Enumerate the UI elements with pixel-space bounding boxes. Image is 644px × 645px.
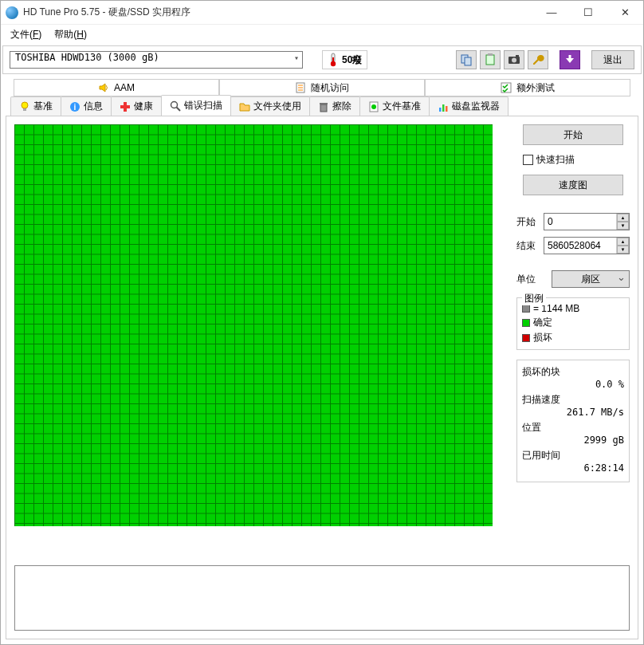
unit-label: 单位 bbox=[516, 273, 548, 286]
tab-benchmark[interactable]: 基准 bbox=[10, 96, 61, 116]
tab-disk-monitor[interactable]: 磁盘监视器 bbox=[429, 96, 509, 116]
stats-box: 损坏的块 0.0 % 扫描速度 261.7 MB/s 位置 2999 gB 已用… bbox=[516, 360, 630, 482]
legend-damaged: 损坏 bbox=[522, 331, 624, 344]
svg-rect-6 bbox=[488, 53, 493, 56]
clipboard-icon bbox=[484, 53, 497, 66]
position-label: 位置 bbox=[522, 421, 624, 435]
svg-rect-25 bbox=[320, 103, 328, 104]
exit-button[interactable]: 退出 bbox=[591, 50, 634, 69]
tab-health[interactable]: 健康 bbox=[111, 96, 162, 116]
arrow-down-icon bbox=[564, 53, 576, 66]
end-sector-spinner[interactable]: ▲▼ bbox=[616, 238, 629, 254]
folder-icon bbox=[239, 101, 250, 112]
damaged-blocks-value: 0.0 % bbox=[522, 379, 624, 390]
end-sector-input[interactable] bbox=[544, 238, 616, 254]
tab-file-benchmark[interactable]: 文件基准 bbox=[359, 96, 430, 116]
unit-select-value: 扇区 bbox=[556, 273, 626, 286]
svg-rect-17 bbox=[23, 108, 26, 111]
scan-speed-label: 扫描速度 bbox=[522, 393, 624, 407]
menu-help[interactable]: 帮助(H) bbox=[48, 26, 93, 43]
damaged-blocks-label: 损坏的块 bbox=[522, 365, 624, 379]
minimize-tray-button[interactable] bbox=[560, 50, 580, 69]
tabs-upper: AAM 随机访问 额外测试 bbox=[1, 79, 643, 96]
copy-info-button[interactable] bbox=[456, 50, 477, 69]
drive-select[interactable]: TOSHIBA HDWD130 (3000 gB) bbox=[10, 51, 303, 69]
legend-square-red bbox=[522, 334, 530, 342]
tab-folder-usage[interactable]: 文件夹使用 bbox=[230, 96, 310, 116]
elapsed-label: 已用时间 bbox=[522, 449, 624, 462]
tab-info[interactable]: i 信息 bbox=[61, 96, 112, 116]
end-sector-input-wrap: ▲▼ bbox=[544, 237, 630, 254]
window-controls: — ☐ ✕ bbox=[533, 1, 643, 24]
window-title: HD Tune Pro 5.75 - 硬盘/SSD 实用程序 bbox=[23, 6, 533, 19]
start-sector-row: 开始 ▲▼ bbox=[516, 213, 630, 230]
tab-erase[interactable]: 擦除 bbox=[309, 96, 360, 116]
start-sector-label: 开始 bbox=[516, 215, 540, 229]
app-window: HD Tune Pro 5.75 - 硬盘/SSD 实用程序 — ☐ ✕ 文件(… bbox=[0, 0, 644, 645]
app-icon bbox=[6, 6, 18, 19]
page-icon bbox=[295, 82, 306, 93]
copy-screenshot-button[interactable] bbox=[480, 50, 501, 69]
toolbar: TOSHIBA HDWD130 (3000 gB) 50癈 bbox=[2, 45, 642, 74]
save-screenshot-button[interactable] bbox=[504, 50, 524, 69]
camera-icon bbox=[508, 53, 520, 66]
quick-scan-checkbox[interactable] bbox=[523, 155, 533, 165]
scan-speed-value: 261.7 MB/s bbox=[522, 407, 624, 418]
tab-error-scan[interactable]: 错误扫描 bbox=[161, 95, 231, 116]
checklist-icon bbox=[501, 82, 512, 93]
menubar: 文件(F) 帮助(H) bbox=[1, 25, 643, 44]
elapsed-value: 6:28:14 bbox=[522, 462, 624, 474]
drive-select-value: TOSHIBA HDWD130 (3000 gB) bbox=[15, 52, 159, 63]
tab-aam[interactable]: AAM bbox=[14, 79, 219, 96]
trash-icon bbox=[318, 101, 329, 112]
svg-text:i: i bbox=[74, 103, 77, 112]
svg-point-8 bbox=[512, 58, 516, 63]
start-sector-input[interactable] bbox=[544, 214, 616, 230]
copy-icon bbox=[460, 53, 473, 66]
temperature-value: 50癈 bbox=[342, 53, 362, 67]
end-sector-row: 结束 ▲▼ bbox=[516, 237, 630, 254]
legend-square-gray bbox=[522, 305, 530, 313]
file-chart-icon bbox=[368, 101, 379, 112]
close-button[interactable]: ✕ bbox=[607, 1, 643, 24]
info-icon: i bbox=[69, 101, 80, 112]
titlebar: HD Tune Pro 5.75 - 硬盘/SSD 实用程序 — ☐ ✕ bbox=[1, 1, 643, 25]
wrench-icon bbox=[532, 53, 544, 66]
tab-extra-tests[interactable]: 额外测试 bbox=[425, 79, 630, 96]
start-scan-button[interactable]: 开始 bbox=[523, 124, 623, 145]
side-panel: 开始 快速扫描 速度图 开始 ▲▼ 结 bbox=[516, 124, 630, 549]
end-sector-label: 结束 bbox=[516, 239, 540, 253]
svg-rect-29 bbox=[442, 104, 445, 112]
start-sector-input-wrap: ▲▼ bbox=[544, 213, 630, 230]
block-map bbox=[14, 124, 493, 526]
svg-rect-24 bbox=[320, 104, 327, 112]
svg-point-16 bbox=[22, 102, 28, 108]
menu-file-text: 文件( bbox=[10, 29, 33, 40]
speed-map-button[interactable]: 速度图 bbox=[523, 175, 623, 195]
quick-scan-label: 快速扫描 bbox=[536, 153, 575, 167]
start-sector-spinner[interactable]: ▲▼ bbox=[616, 214, 629, 230]
temperature-display: 50癈 bbox=[322, 50, 367, 69]
position-value: 2999 gB bbox=[522, 435, 624, 446]
svg-rect-21 bbox=[120, 105, 130, 108]
svg-rect-30 bbox=[446, 106, 448, 112]
svg-point-22 bbox=[171, 101, 178, 108]
log-box bbox=[14, 565, 630, 631]
speaker-icon bbox=[98, 82, 109, 93]
svg-rect-9 bbox=[516, 55, 519, 57]
unit-select[interactable]: 扇区 bbox=[552, 270, 630, 288]
tabs-lower: 基准 i 信息 健康 错误扫描 文件夹使用 擦除 文件基准 磁盘监视器 bbox=[1, 96, 643, 116]
svg-rect-5 bbox=[486, 55, 494, 65]
svg-rect-10 bbox=[569, 55, 571, 59]
legend-square-green bbox=[522, 319, 530, 327]
health-cross-icon bbox=[120, 101, 131, 112]
svg-rect-28 bbox=[439, 108, 442, 112]
tab-random-access[interactable]: 随机访问 bbox=[219, 79, 425, 96]
menu-file[interactable]: 文件(F) bbox=[4, 26, 48, 43]
scan-area: 开始 快速扫描 速度图 开始 ▲▼ 结 bbox=[14, 124, 630, 549]
quick-scan-row: 快速扫描 bbox=[523, 153, 623, 167]
maximize-button[interactable]: ☐ bbox=[570, 1, 607, 24]
minimize-button[interactable]: — bbox=[533, 1, 570, 24]
menu-help-text: 帮助( bbox=[54, 29, 77, 40]
options-button[interactable] bbox=[528, 50, 548, 69]
